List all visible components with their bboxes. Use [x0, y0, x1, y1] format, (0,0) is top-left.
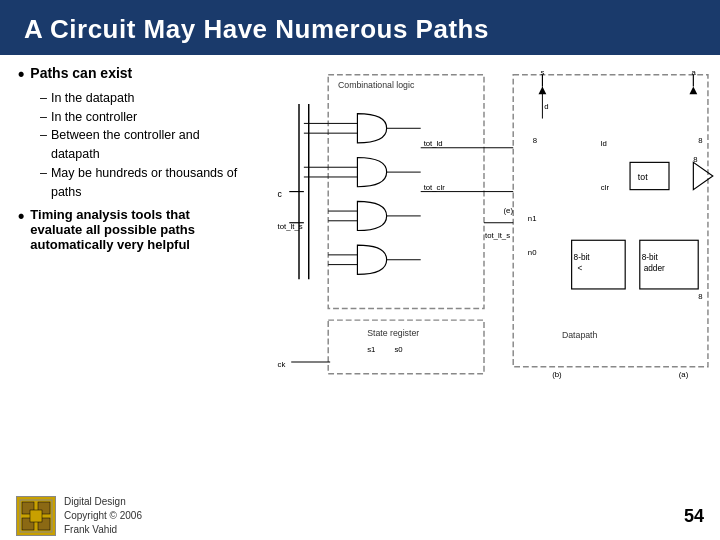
svg-text:8: 8 [698, 136, 702, 145]
svg-rect-68 [30, 510, 42, 522]
svg-text:ck: ck [278, 360, 286, 369]
state-register-label: State register [367, 328, 419, 338]
sub-bullet-3-label: Between the controller and datapath [51, 126, 240, 164]
bullet-main-2-label: Timing analysis tools that evaluate all … [30, 207, 240, 252]
svg-marker-11 [693, 162, 712, 189]
svg-text:c: c [278, 189, 283, 199]
footer-logo [16, 496, 56, 536]
bullet-dot-1: • [18, 65, 24, 85]
svg-text:adder: adder [644, 264, 665, 273]
bullet-main-1: • Paths can exist [18, 65, 240, 85]
svg-text:tot_clr: tot_clr [424, 183, 446, 192]
svg-text:s: s [540, 68, 544, 77]
sub-bullet-1-label: In the datapath [51, 89, 134, 108]
bullet-main-1-label: Paths can exist [30, 65, 132, 81]
svg-text:s0: s0 [394, 345, 403, 354]
svg-text:8-bit: 8-bit [574, 253, 591, 262]
footer-right: 54 [684, 506, 704, 527]
sub-bullet-2-label: In the controller [51, 108, 137, 127]
svg-text:tot_lt_s: tot_lt_s [485, 231, 510, 240]
svg-text:clr: clr [601, 183, 610, 192]
svg-text:<: < [577, 264, 582, 273]
bullet-dot-2: • [18, 207, 24, 227]
sub-bullet-1: – In the datapath [40, 89, 240, 108]
svg-text:(e): (e) [503, 206, 513, 215]
slide: A Circuit May Have Numerous Paths • Path… [0, 0, 720, 540]
svg-text:tot: tot [638, 172, 648, 182]
footer-left: Digital DesignCopyright © 2006Frank Vahi… [16, 495, 142, 537]
svg-text:8: 8 [533, 136, 537, 145]
svg-text:(b): (b) [552, 370, 562, 379]
svg-text:8: 8 [693, 155, 697, 164]
left-panel: • Paths can exist – In the datapath – In… [10, 65, 240, 487]
svg-text:tot_ld: tot_ld [424, 139, 443, 148]
svg-rect-9 [630, 162, 669, 189]
sub-bullets: – In the datapath – In the controller – … [40, 89, 240, 202]
svg-text:(a): (a) [679, 370, 689, 379]
sub-bullet-4-label: May be hundreds or thousands of paths [51, 164, 240, 202]
bullet-main-2: • Timing analysis tools that evaluate al… [18, 207, 240, 252]
circuit-diagram: Combinational logic State register Datap… [244, 65, 720, 435]
datapath-label: Datapath [562, 330, 598, 340]
svg-text:a: a [691, 68, 696, 77]
svg-text:d: d [544, 102, 548, 111]
svg-text:s1: s1 [367, 345, 375, 354]
sub-bullet-4: – May be hundreds or thousands of paths [40, 164, 240, 202]
svg-marker-61 [539, 86, 547, 94]
footer-company: Digital DesignCopyright © 2006Frank Vahi… [64, 496, 142, 535]
title-bar: A Circuit May Have Numerous Paths [0, 0, 720, 55]
svg-marker-62 [689, 86, 697, 94]
svg-text:n0: n0 [528, 248, 537, 257]
svg-text:n1: n1 [528, 214, 537, 223]
combinational-logic-label: Combinational logic [338, 80, 415, 90]
sub-bullet-2: – In the controller [40, 108, 240, 127]
footer-page-number: 54 [684, 506, 704, 527]
right-panel: Combinational logic State register Datap… [244, 65, 720, 487]
footer-info: Digital DesignCopyright © 2006Frank Vahi… [64, 495, 142, 537]
slide-title: A Circuit May Have Numerous Paths [24, 14, 489, 45]
svg-text:8: 8 [698, 292, 702, 301]
svg-text:ld: ld [601, 139, 607, 148]
footer: Digital DesignCopyright © 2006Frank Vahi… [0, 492, 720, 540]
sub-bullet-3: – Between the controller and datapath [40, 126, 240, 164]
svg-text:8-bit: 8-bit [642, 253, 659, 262]
content-area: • Paths can exist – In the datapath – In… [0, 55, 720, 487]
